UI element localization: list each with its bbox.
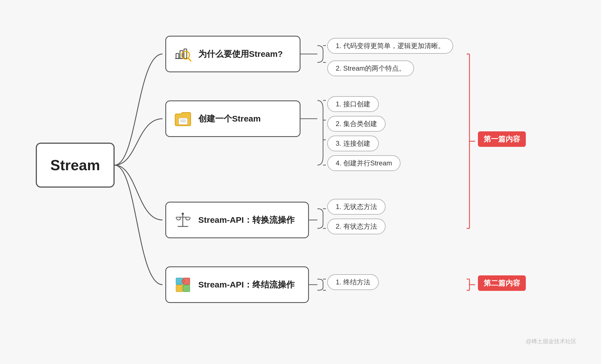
leaf-b3-2: 2. 有状态方法 <box>327 219 386 234</box>
branch-transform-label: Stream-API：转换流操作 <box>198 214 295 226</box>
puzzle-icon <box>173 275 193 295</box>
svg-point-39 <box>182 280 184 283</box>
watermark: @稀土掘金技术社区 <box>526 338 576 345</box>
chart-search-icon <box>173 44 193 64</box>
folder-icon <box>173 109 193 129</box>
leaf-b2-3: 3. 连接创建 <box>327 136 379 151</box>
root-node: Stream <box>36 143 115 188</box>
diagram: Stream 为什么要使用Stream? <box>19 13 582 351</box>
svg-point-35 <box>182 213 184 215</box>
branch-terminal-stream: Stream-API：终结流操作 <box>165 266 309 303</box>
leaf-b1-2: 2. Stream的两个特点。 <box>327 60 414 76</box>
branch-why-stream: 为什么要使用Stream? <box>165 36 300 72</box>
svg-line-28 <box>188 58 191 61</box>
svg-rect-42 <box>183 285 190 292</box>
leaf-b3-1: 1. 无状态方法 <box>327 199 386 215</box>
branch-transform-stream: Stream-API：转换流操作 <box>165 202 309 238</box>
svg-rect-29 <box>179 118 187 124</box>
scale-icon <box>173 210 193 230</box>
leaf-b4-1: 1. 终结方法 <box>327 274 379 290</box>
root-label: Stream <box>50 157 100 174</box>
svg-rect-22 <box>176 53 179 59</box>
red-label-first: 第一篇内容 <box>478 131 526 147</box>
red-label-second: 第二篇内容 <box>478 275 526 291</box>
leaf-b2-2: 2. 集合类创建 <box>327 116 386 132</box>
branch-create-stream-label: 创建一个Stream <box>198 113 261 125</box>
leaf-b2-1: 1. 接口创建 <box>327 96 379 112</box>
branch-why-stream-label: 为什么要使用Stream? <box>198 48 283 60</box>
leaf-b2-4: 4. 创建并行Stream <box>327 155 400 171</box>
branch-create-stream: 创建一个Stream <box>165 100 300 137</box>
svg-point-27 <box>183 52 188 58</box>
leaf-b1-1: 1. 代码变得更简单，逻辑更加清晰。 <box>327 38 453 54</box>
branch-terminal-label: Stream-API：终结流操作 <box>198 279 295 291</box>
